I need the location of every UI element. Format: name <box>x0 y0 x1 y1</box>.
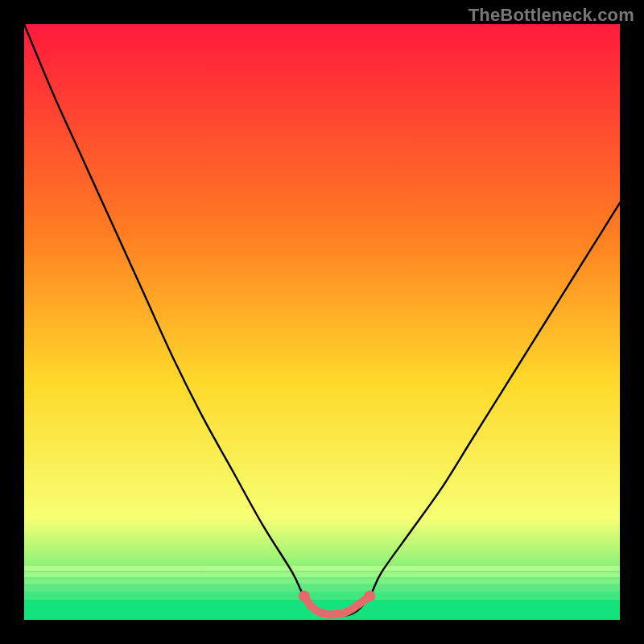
svg-rect-1 <box>24 572 620 577</box>
chart-frame: TheBottleneck.com <box>0 0 644 644</box>
plot-area <box>24 24 620 620</box>
svg-rect-0 <box>24 566 620 571</box>
ideal-zone-dot-right <box>364 590 375 601</box>
gradient-background <box>24 24 620 620</box>
svg-rect-4 <box>24 592 620 598</box>
svg-rect-2 <box>24 579 620 584</box>
ideal-zone-dot-left <box>299 590 310 601</box>
watermark-text: TheBottleneck.com <box>469 5 634 26</box>
svg-rect-3 <box>24 585 620 590</box>
bottleneck-chart <box>24 24 620 620</box>
